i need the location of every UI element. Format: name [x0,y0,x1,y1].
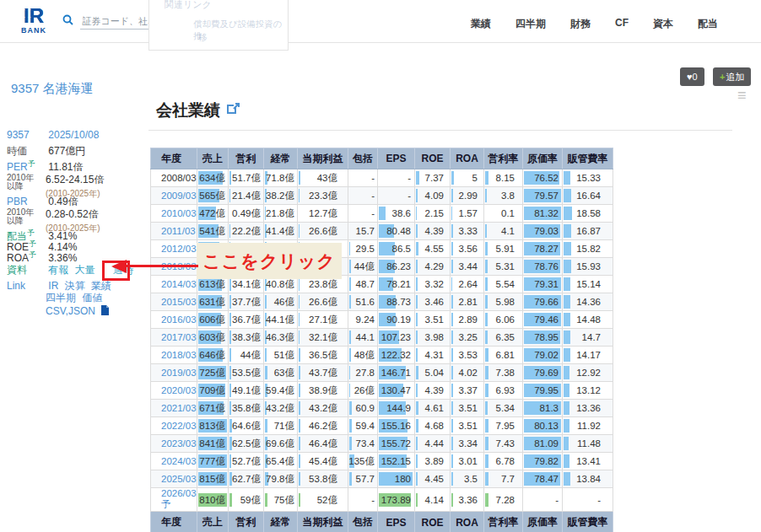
value-cell: 3.98 [415,329,451,347]
value-cell: 5.34 [484,400,523,417]
stock-title[interactable]: 9357 名港海運 [11,81,94,97]
menu-icon[interactable]: ≡ [737,88,747,103]
value-cell: 49.1億 [229,382,264,400]
link-kessan[interactable]: 決算 [65,280,85,292]
docs-link-tairyo[interactable]: 大量 [75,264,95,276]
value-cell: 79.95 [523,382,563,400]
year-link[interactable]: 2014/03 [151,276,197,293]
year-link[interactable]: 2024/03 [151,453,197,470]
irbank-logo[interactable]: IR BANK [17,6,51,35]
value-cell: 606億 [197,311,229,329]
value-cell: 709億 [197,382,229,400]
value-cell: 52億 [298,488,348,512]
value-cell: 631億 [197,293,229,311]
column-header: ROA [451,512,484,532]
value-cell: 6.81 [484,347,523,364]
roa-value: 3.36% [48,252,77,264]
year-link[interactable]: 2017/03 [151,329,197,347]
value-cell: 5 [451,169,484,187]
value-cell: 3.5 [451,470,484,488]
csv-json-link[interactable]: CSV,JSON [46,305,95,317]
value-cell: 725億 [197,364,229,382]
nav-item-results[interactable]: 業績 [471,17,491,31]
value-cell: 13.41 [563,453,613,470]
file-icon [100,306,109,318]
value-cell: 7.95 [484,417,523,435]
column-header: 原価率 [523,148,563,169]
pbr-range-value: 0.28-0.52倍 [46,208,99,220]
column-header: 年度 [151,148,197,169]
value-cell: 146.71 [378,364,415,382]
value-cell: 3.51 [415,311,451,329]
value-cell: 14.48 [563,311,613,329]
link-kachi[interactable]: 価値 [82,292,102,304]
value-cell: 38.6 [378,205,415,223]
link-shihanki[interactable]: 四半期 [46,292,76,304]
value-cell: 81.3 [523,400,563,417]
annotation-arrow-line [126,265,198,267]
value-cell: 79.31 [523,276,563,293]
year-link[interactable]: 2020/03 [151,382,197,400]
value-cell: 36.5億 [298,347,348,364]
value-cell: 79.46 [523,311,563,329]
value-cell: 15.82 [563,240,613,258]
add-button[interactable]: +追加 [713,67,751,86]
docs-link-yuho[interactable]: 有報 [48,264,68,276]
value-cell: - [348,205,378,223]
value-cell: 46.3億 [264,329,298,347]
quote-date-link[interactable]: 2025/10/08 [48,129,99,141]
value-cell: 59.4億 [348,417,378,435]
links-label: Link [7,280,46,292]
year-link[interactable]: 2021/03 [151,400,197,417]
external-link-icon[interactable] [227,101,240,120]
year-link[interactable]: 2022/03 [151,417,197,435]
column-header: 営利率 [484,148,523,169]
table-row: 2024/03777億52.7億65.4億45.4億135億152.153.89… [151,453,613,470]
logo-text-ir: IR [17,6,51,26]
year-link[interactable]: 2019/03 [151,364,197,382]
link-ir[interactable]: IR [48,280,58,292]
value-cell: 14.7 [563,329,613,347]
value-cell: 4.09 [415,187,451,205]
year-link[interactable]: 2016/03 [151,311,197,329]
link-gyoseki[interactable]: 業績 [91,280,111,292]
stock-code[interactable]: 9357 [7,129,46,141]
year-link[interactable]: 2010/03 [151,205,197,223]
year-link[interactable]: 2011/03 [151,223,197,240]
nav-item-capital[interactable]: 資本 [653,17,673,31]
nav-item-finance[interactable]: 財務 [570,17,591,31]
value-cell: 565億 [197,187,229,205]
value-cell: 76.52 [523,169,563,187]
column-header: 営利 [229,148,264,169]
value-cell: - [378,169,415,187]
favorite-button[interactable]: ♥0 [680,67,704,86]
search-suggestion-popup: 関連リンク 償却費及び設備投資の推 移 [148,0,289,51]
nav-item-cf[interactable]: CF [615,17,629,31]
value-cell: 3.37 [451,382,484,400]
nav-item-quarterly[interactable]: 四半期 [515,17,546,31]
section-title: 会社業績 [156,99,240,121]
year-link[interactable]: 2012/03 [151,240,197,258]
value-cell: 3.36 [451,488,484,512]
year-link[interactable]: 2015/03 [151,293,197,311]
year-link[interactable]: 2018/03 [151,347,197,364]
column-header: 経常 [264,148,298,169]
value-cell: 37.7億 [229,293,264,311]
value-cell: 26億 [348,382,378,400]
column-header: 営利 [229,512,264,532]
value-cell: 4.55 [415,240,451,258]
value-cell: 603億 [197,329,229,347]
column-header: 年度 [151,512,197,532]
value-cell: 7.7 [484,470,523,488]
value-cell: 38.3億 [229,329,264,347]
nav-item-dividend[interactable]: 配当 [698,17,718,31]
year-link[interactable]: 2026/03予 [151,488,197,512]
value-cell: 14.17 [563,347,613,364]
value-cell: 155.16 [378,417,415,435]
year-link[interactable]: 2009/03 [151,187,197,205]
per-range-value: 6.52-24.15倍 [46,174,104,185]
year-link[interactable]: 2023/03 [151,435,197,453]
value-cell: 75億 [264,488,298,512]
value-cell: 23.3億 [298,187,348,205]
year-link[interactable]: 2025/03 [151,470,197,488]
